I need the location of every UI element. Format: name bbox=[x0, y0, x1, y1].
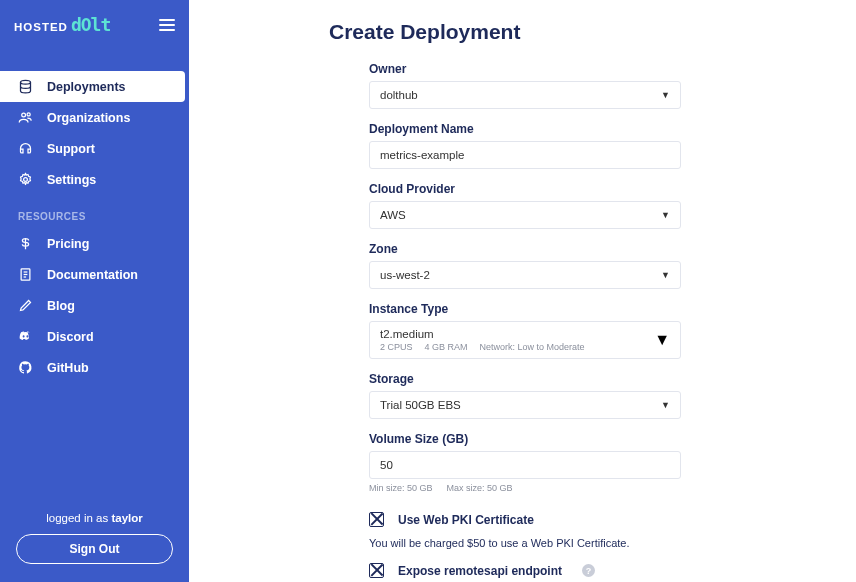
sidebar-item-label: Documentation bbox=[47, 268, 138, 282]
checkbox-remotesapi[interactable] bbox=[369, 563, 384, 578]
instance-type-label: Instance Type bbox=[369, 302, 681, 316]
sidebar-footer: logged in as taylor Sign Out bbox=[0, 512, 189, 582]
svg-point-1 bbox=[22, 113, 26, 117]
pen-icon bbox=[18, 298, 33, 313]
storage-label: Storage bbox=[369, 372, 681, 386]
document-icon bbox=[18, 267, 33, 282]
zone-select[interactable]: us-west-2 ▼ bbox=[369, 261, 681, 289]
volume-size-hint: Min size: 50 GB Max size: 50 GB bbox=[369, 483, 681, 493]
field-volume-size: Volume Size (GB) 50 Min size: 50 GB Max … bbox=[369, 432, 681, 493]
remotesapi-label: Expose remotesapi endpoint bbox=[398, 564, 562, 578]
option-web-pki: Use Web PKI Certificate bbox=[369, 512, 681, 527]
page-title: Create Deployment bbox=[229, 20, 816, 44]
database-icon bbox=[18, 79, 33, 94]
headset-icon bbox=[18, 141, 33, 156]
sidebar-item-label: Pricing bbox=[47, 237, 89, 251]
logo-dolt: dOlt bbox=[71, 14, 110, 35]
storage-select[interactable]: Trial 50GB EBS ▼ bbox=[369, 391, 681, 419]
signout-button[interactable]: Sign Out bbox=[16, 534, 173, 564]
sidebar-item-label: GitHub bbox=[47, 361, 89, 375]
cloud-provider-value: AWS bbox=[380, 209, 406, 221]
deployment-name-label: Deployment Name bbox=[369, 122, 681, 136]
sidebar-item-organizations[interactable]: Organizations bbox=[0, 102, 189, 133]
sidebar-header: HOSTED dOlt bbox=[0, 0, 189, 51]
logo[interactable]: HOSTED dOlt bbox=[14, 14, 110, 35]
gear-icon bbox=[18, 172, 33, 187]
web-pki-label: Use Web PKI Certificate bbox=[398, 513, 534, 527]
instance-details: 2 CPUS 4 GB RAM Network: Low to Moderate bbox=[380, 342, 585, 352]
field-deployment-name: Deployment Name metrics-example bbox=[369, 122, 681, 169]
sidebar-item-deployments[interactable]: Deployments bbox=[0, 71, 185, 102]
sidebar-item-label: Settings bbox=[47, 173, 96, 187]
owner-select[interactable]: dolthub ▼ bbox=[369, 81, 681, 109]
zone-label: Zone bbox=[369, 242, 681, 256]
volume-size-input[interactable]: 50 bbox=[369, 451, 681, 479]
sidebar-item-blog[interactable]: Blog bbox=[0, 290, 189, 321]
instance-type-value: t2.medium bbox=[380, 328, 585, 340]
sidebar-item-label: Support bbox=[47, 142, 95, 156]
sidebar-item-pricing[interactable]: Pricing bbox=[0, 228, 189, 259]
cloud-provider-select[interactable]: AWS ▼ bbox=[369, 201, 681, 229]
sidebar-item-label: Organizations bbox=[47, 111, 130, 125]
instance-type-select[interactable]: t2.medium 2 CPUS 4 GB RAM Network: Low t… bbox=[369, 321, 681, 359]
menu-toggle-icon[interactable] bbox=[159, 19, 175, 31]
help-icon[interactable]: ? bbox=[582, 564, 595, 577]
caret-down-icon: ▼ bbox=[661, 210, 670, 220]
svg-point-0 bbox=[21, 80, 31, 84]
users-icon bbox=[18, 110, 33, 125]
caret-down-icon: ▼ bbox=[661, 400, 670, 410]
nav-resources: Pricing Documentation Blog Discord GitHu… bbox=[0, 228, 189, 383]
owner-label: Owner bbox=[369, 62, 681, 76]
dollar-icon bbox=[18, 236, 33, 251]
nav-main: Deployments Organizations Support Settin… bbox=[0, 71, 189, 195]
caret-down-icon: ▼ bbox=[661, 90, 670, 100]
resources-heading: RESOURCES bbox=[0, 195, 189, 228]
field-zone: Zone us-west-2 ▼ bbox=[369, 242, 681, 289]
sidebar-item-support[interactable]: Support bbox=[0, 133, 189, 164]
field-cloud-provider: Cloud Provider AWS ▼ bbox=[369, 182, 681, 229]
sidebar-item-label: Discord bbox=[47, 330, 94, 344]
field-storage: Storage Trial 50GB EBS ▼ bbox=[369, 372, 681, 419]
checkbox-web-pki[interactable] bbox=[369, 512, 384, 527]
main-content: Create Deployment Owner dolthub ▼ Deploy… bbox=[189, 0, 856, 582]
cloud-provider-label: Cloud Provider bbox=[369, 182, 681, 196]
svg-point-2 bbox=[27, 113, 30, 116]
svg-point-3 bbox=[24, 178, 28, 182]
username: taylor bbox=[111, 512, 142, 524]
sidebar-item-label: Deployments bbox=[47, 80, 126, 94]
field-instance-type: Instance Type t2.medium 2 CPUS 4 GB RAM … bbox=[369, 302, 681, 359]
storage-value: Trial 50GB EBS bbox=[380, 399, 461, 411]
field-owner: Owner dolthub ▼ bbox=[369, 62, 681, 109]
sidebar-item-discord[interactable]: Discord bbox=[0, 321, 189, 352]
zone-value: us-west-2 bbox=[380, 269, 430, 281]
sidebar-item-settings[interactable]: Settings bbox=[0, 164, 189, 195]
sidebar: HOSTED dOlt Deployments Organizations Su… bbox=[0, 0, 189, 582]
github-icon bbox=[18, 360, 33, 375]
caret-down-icon: ▼ bbox=[661, 270, 670, 280]
caret-down-icon: ▼ bbox=[654, 331, 670, 349]
owner-value: dolthub bbox=[380, 89, 418, 101]
deployment-form: Owner dolthub ▼ Deployment Name metrics-… bbox=[369, 62, 681, 582]
volume-size-label: Volume Size (GB) bbox=[369, 432, 681, 446]
logo-hosted: HOSTED bbox=[14, 21, 68, 33]
web-pki-note: You will be charged $50 to use a Web PKI… bbox=[369, 537, 681, 549]
sidebar-item-documentation[interactable]: Documentation bbox=[0, 259, 189, 290]
logged-in-text: logged in as taylor bbox=[16, 512, 173, 524]
sidebar-item-label: Blog bbox=[47, 299, 75, 313]
volume-size-value: 50 bbox=[380, 459, 393, 471]
deployment-name-input[interactable]: metrics-example bbox=[369, 141, 681, 169]
deployment-name-value: metrics-example bbox=[380, 149, 464, 161]
sidebar-item-github[interactable]: GitHub bbox=[0, 352, 189, 383]
discord-icon bbox=[18, 329, 33, 344]
option-remotesapi: Expose remotesapi endpoint ? bbox=[369, 563, 681, 578]
